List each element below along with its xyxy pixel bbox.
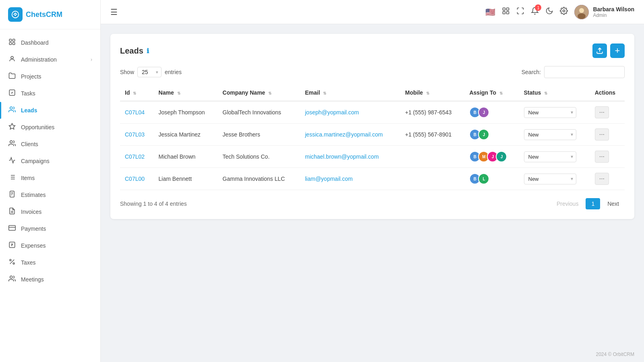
col-name[interactable]: Name ⇅: [154, 85, 218, 101]
pagination: Previous 1 Next: [551, 198, 625, 209]
sidebar-item-administration[interactable]: Administration ›: [0, 51, 100, 68]
notification-icon[interactable]: 1: [531, 7, 539, 17]
svg-point-30: [10, 259, 11, 261]
avatar: J: [496, 151, 507, 162]
sidebar-item-taxes[interactable]: Taxes: [0, 254, 100, 271]
avatar: [574, 5, 589, 19]
taxes-icon: [8, 258, 16, 267]
col-company[interactable]: Company Name ⇅: [218, 85, 300, 101]
col-assign[interactable]: Assign To ⇅: [464, 85, 519, 101]
dark-mode-icon[interactable]: [545, 7, 553, 17]
more-actions-button[interactable]: ···: [595, 128, 609, 141]
dashboard-icon: [8, 38, 16, 47]
entries-select[interactable]: 10 25 50 100: [137, 67, 162, 77]
lead-id-link[interactable]: C07L02: [125, 153, 145, 160]
apps-icon[interactable]: [502, 7, 510, 17]
sidebar-item-campaigns[interactable]: Campaigns: [0, 153, 100, 170]
administration-icon: [8, 55, 16, 64]
svg-rect-36: [507, 12, 509, 14]
more-actions-button[interactable]: ···: [595, 151, 609, 163]
previous-button[interactable]: Previous: [551, 198, 584, 209]
search-input[interactable]: [544, 66, 625, 78]
show-entries: Show 10 25 50 100 ▾ entries: [120, 67, 182, 77]
meetings-icon: [8, 275, 16, 284]
table-row: C07L02 Michael Brown Tech Solutions Co. …: [120, 146, 625, 168]
svg-point-8: [10, 107, 12, 109]
logo-icon: [8, 7, 23, 22]
logo-text: ChetsCRM: [26, 10, 62, 19]
col-mobile[interactable]: Mobile ⇅: [400, 85, 465, 101]
cell-status: NewIn ProgressClosedLost: [519, 124, 590, 146]
cell-name: Michael Brown: [154, 146, 218, 168]
sidebar-label-tasks: Tasks: [21, 90, 92, 97]
cell-mobile: [400, 168, 465, 190]
col-actions: Actions: [590, 85, 625, 101]
panel-header: Leads ℹ +: [120, 43, 625, 58]
sidebar-item-estimates[interactable]: Estimates: [0, 186, 100, 203]
sidebar-item-dashboard[interactable]: Dashboard: [0, 34, 100, 51]
sidebar-item-items[interactable]: Items: [0, 170, 100, 186]
leads-title: Leads: [120, 46, 143, 56]
sidebar-navigation: Dashboard Administration › Projects Task…: [0, 29, 100, 362]
user-area[interactable]: Barbara Wilson Admin: [574, 5, 634, 19]
cell-id: C07L03: [120, 124, 154, 146]
lead-id-link[interactable]: C07L04: [125, 109, 145, 116]
cell-actions: ···: [590, 101, 625, 124]
table-controls: Show 10 25 50 100 ▾ entries Search:: [120, 66, 625, 78]
opportunities-icon: [8, 123, 16, 132]
col-status[interactable]: Status ⇅: [519, 85, 590, 101]
table-row: C07L00 Liam Bennett Gamma Innovations LL…: [120, 168, 625, 190]
sidebar-item-invoices[interactable]: Invoices: [0, 203, 100, 220]
next-button[interactable]: Next: [602, 198, 625, 209]
email-link[interactable]: michael.brown@yopmail.com: [305, 153, 379, 160]
lead-id-link[interactable]: C07L00: [125, 176, 145, 182]
page-1-button[interactable]: 1: [586, 198, 600, 209]
sidebar-item-opportunities[interactable]: Opportunities: [0, 119, 100, 136]
sidebar-item-tasks[interactable]: Tasks: [0, 85, 100, 102]
hamburger-icon[interactable]: ☰: [110, 7, 118, 17]
add-button[interactable]: +: [610, 43, 625, 58]
more-actions-button[interactable]: ···: [595, 173, 609, 185]
table-footer: Showing 1 to 4 of 4 entries Previous 1 N…: [120, 198, 625, 209]
email-link[interactable]: joseph@yopmail.com: [305, 109, 359, 116]
expand-icon[interactable]: [516, 7, 524, 17]
sidebar-item-payments[interactable]: Payments: [0, 220, 100, 237]
sidebar-item-meetings[interactable]: Meetings: [0, 271, 100, 288]
sidebar-item-expenses[interactable]: Expenses: [0, 237, 100, 254]
svg-point-32: [10, 276, 12, 278]
status-select[interactable]: NewIn ProgressClosedLost: [524, 174, 576, 184]
status-wrapper: NewIn ProgressClosedLost: [524, 151, 576, 162]
lead-id-link[interactable]: C07L03: [125, 131, 145, 138]
status-select[interactable]: NewIn ProgressClosedLost: [524, 107, 576, 118]
projects-icon: [8, 72, 16, 81]
info-icon[interactable]: ℹ: [147, 47, 149, 55]
col-id[interactable]: Id ⇅: [120, 85, 154, 101]
more-actions-button[interactable]: ···: [595, 106, 609, 118]
expenses-icon: [8, 241, 16, 250]
status-select[interactable]: NewIn ProgressClosedLost: [524, 129, 576, 140]
sidebar: ChetsCRM Dashboard Administration › Proj…: [0, 0, 101, 362]
logo-area[interactable]: ChetsCRM: [0, 0, 100, 29]
cell-status: NewIn ProgressClosedLost: [519, 168, 590, 190]
sidebar-item-leads[interactable]: Leads: [0, 102, 100, 119]
cell-id: C07L00: [120, 168, 154, 190]
footer: 2024 © OrbitCRM: [101, 347, 644, 362]
upload-button[interactable]: [592, 43, 607, 58]
sidebar-label-invoices: Invoices: [21, 209, 92, 215]
sidebar-label-opportunities: Opportunities: [21, 124, 92, 130]
svg-rect-33: [503, 8, 505, 10]
notification-badge: 1: [535, 4, 541, 11]
email-link[interactable]: jessica.martinez@yopmail.com: [305, 131, 383, 138]
flag-icon[interactable]: 🇺🇸: [485, 7, 495, 17]
cell-actions: ···: [590, 168, 625, 190]
cell-mobile: +1 (555) 987-6543: [400, 101, 465, 124]
sidebar-item-projects[interactable]: Projects: [0, 68, 100, 85]
email-link[interactable]: liam@yopmail.com: [305, 176, 352, 182]
status-select[interactable]: NewIn ProgressClosedLost: [524, 151, 576, 162]
estimates-icon: [8, 190, 16, 199]
sidebar-item-clients[interactable]: Clients: [0, 136, 100, 153]
settings-icon[interactable]: [560, 7, 568, 17]
sidebar-label-projects: Projects: [21, 73, 92, 80]
col-email[interactable]: Email ⇅: [300, 85, 400, 101]
search-area: Search:: [522, 66, 625, 78]
